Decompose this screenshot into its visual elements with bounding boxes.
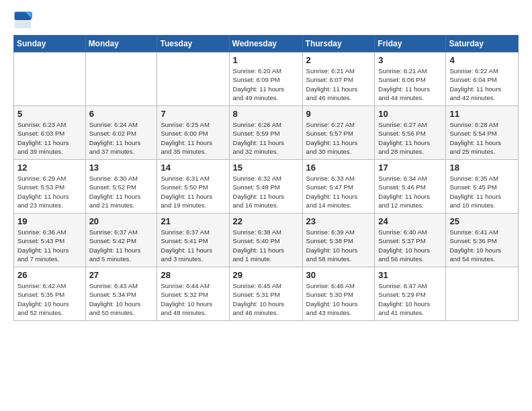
day-number: 26 [17,270,82,280]
day-number: 22 [233,216,299,226]
day-number: 15 [233,163,299,173]
day-number: 11 [449,109,515,119]
day-number: 6 [89,109,154,119]
day-cell: 21Sunrise: 6:37 AM Sunset: 5:41 PM Dayli… [157,214,229,267]
week-row-3: 12Sunrise: 6:29 AM Sunset: 5:53 PM Dayli… [14,160,519,214]
day-cell: 11Sunrise: 6:28 AM Sunset: 5:54 PM Dayli… [446,106,519,160]
day-cell: 31Sunrise: 6:47 AM Sunset: 5:29 PM Dayli… [375,267,446,321]
day-number: 31 [378,270,442,280]
day-info: Sunrise: 6:44 AM Sunset: 5:32 PM Dayligh… [161,281,225,317]
day-cell: 20Sunrise: 6:37 AM Sunset: 5:42 PM Dayli… [85,214,157,267]
day-info: Sunrise: 6:28 AM Sunset: 5:54 PM Dayligh… [449,120,515,156]
day-cell: 4Sunrise: 6:22 AM Sunset: 6:04 PM Daylig… [446,52,519,106]
day-info: Sunrise: 6:45 AM Sunset: 5:31 PM Dayligh… [233,281,299,317]
day-number: 21 [161,216,225,226]
week-row-4: 19Sunrise: 6:36 AM Sunset: 5:43 PM Dayli… [14,214,519,267]
header-saturday: Saturday [446,36,519,52]
day-info: Sunrise: 6:24 AM Sunset: 6:02 PM Dayligh… [89,120,154,156]
day-cell: 14Sunrise: 6:31 AM Sunset: 5:50 PM Dayli… [157,160,229,214]
day-info: Sunrise: 6:46 AM Sunset: 5:30 PM Dayligh… [306,281,371,317]
day-info: Sunrise: 6:41 AM Sunset: 5:36 PM Dayligh… [449,228,515,263]
day-number: 3 [378,55,442,65]
day-cell: 16Sunrise: 6:33 AM Sunset: 5:47 PM Dayli… [302,160,375,214]
day-cell: 19Sunrise: 6:36 AM Sunset: 5:43 PM Dayli… [14,214,86,267]
week-row-1: 1Sunrise: 6:20 AM Sunset: 6:09 PM Daylig… [14,52,519,106]
day-number: 2 [306,55,371,65]
day-info: Sunrise: 6:37 AM Sunset: 5:41 PM Dayligh… [161,228,225,263]
day-number: 19 [17,216,82,226]
day-cell: 25Sunrise: 6:41 AM Sunset: 5:36 PM Dayli… [446,214,519,267]
day-cell: 13Sunrise: 6:30 AM Sunset: 5:52 PM Dayli… [85,160,157,214]
header-wednesday: Wednesday [229,36,302,52]
day-number: 12 [17,163,82,173]
day-info: Sunrise: 6:27 AM Sunset: 5:57 PM Dayligh… [306,120,371,156]
day-info: Sunrise: 6:21 AM Sunset: 6:07 PM Dayligh… [306,66,371,102]
day-number: 29 [233,270,299,280]
day-cell: 7Sunrise: 6:25 AM Sunset: 6:00 PM Daylig… [157,106,229,160]
day-cell: 15Sunrise: 6:32 AM Sunset: 5:49 PM Dayli… [229,160,302,214]
day-number: 10 [378,109,442,119]
day-cell: 27Sunrise: 6:43 AM Sunset: 5:34 PM Dayli… [85,267,157,321]
header-sunday: Sunday [14,36,86,52]
day-info: Sunrise: 6:39 AM Sunset: 5:38 PM Dayligh… [306,228,371,263]
day-cell [446,267,519,321]
day-number: 23 [306,216,371,226]
day-cell: 10Sunrise: 6:27 AM Sunset: 5:56 PM Dayli… [375,106,446,160]
day-cell: 22Sunrise: 6:38 AM Sunset: 5:40 PM Dayli… [229,214,302,267]
week-row-5: 26Sunrise: 6:42 AM Sunset: 5:35 PM Dayli… [14,267,519,321]
day-info: Sunrise: 6:42 AM Sunset: 5:35 PM Dayligh… [17,281,82,317]
day-cell: 29Sunrise: 6:45 AM Sunset: 5:31 PM Dayli… [229,267,302,321]
day-cell: 5Sunrise: 6:23 AM Sunset: 6:03 PM Daylig… [14,106,86,160]
day-number: 20 [89,216,154,226]
day-number: 14 [161,163,225,173]
day-info: Sunrise: 6:31 AM Sunset: 5:50 PM Dayligh… [161,174,225,210]
day-cell: 23Sunrise: 6:39 AM Sunset: 5:38 PM Dayli… [302,214,375,267]
day-cell: 24Sunrise: 6:40 AM Sunset: 5:37 PM Dayli… [375,214,446,267]
day-number: 9 [306,109,371,119]
day-cell: 9Sunrise: 6:27 AM Sunset: 5:57 PM Daylig… [302,106,375,160]
header-thursday: Thursday [302,36,375,52]
day-number: 1 [233,55,299,65]
day-number: 30 [306,270,371,280]
header-tuesday: Tuesday [157,36,229,52]
day-cell: 28Sunrise: 6:44 AM Sunset: 5:32 PM Dayli… [157,267,229,321]
day-cell: 30Sunrise: 6:46 AM Sunset: 5:30 PM Dayli… [302,267,375,321]
svg-rect-1 [15,21,32,28]
day-number: 16 [306,163,371,173]
day-info: Sunrise: 6:25 AM Sunset: 6:00 PM Dayligh… [161,120,225,156]
day-info: Sunrise: 6:21 AM Sunset: 6:06 PM Dayligh… [378,66,442,102]
day-number: 25 [449,216,515,226]
day-info: Sunrise: 6:30 AM Sunset: 5:52 PM Dayligh… [89,174,154,210]
day-info: Sunrise: 6:23 AM Sunset: 6:03 PM Dayligh… [17,120,82,156]
day-cell [14,52,86,106]
day-cell [157,52,229,106]
header-friday: Friday [375,36,446,52]
day-cell: 6Sunrise: 6:24 AM Sunset: 6:02 PM Daylig… [85,106,157,160]
day-info: Sunrise: 6:27 AM Sunset: 5:56 PM Dayligh… [378,120,442,156]
day-info: Sunrise: 6:47 AM Sunset: 5:29 PM Dayligh… [378,281,442,317]
day-info: Sunrise: 6:26 AM Sunset: 5:59 PM Dayligh… [233,120,299,156]
day-info: Sunrise: 6:32 AM Sunset: 5:49 PM Dayligh… [233,174,299,210]
logo [13,11,35,30]
day-number: 18 [449,163,515,173]
week-row-2: 5Sunrise: 6:23 AM Sunset: 6:03 PM Daylig… [14,106,519,160]
day-number: 17 [378,163,442,173]
day-number: 27 [89,270,154,280]
day-cell: 3Sunrise: 6:21 AM Sunset: 6:06 PM Daylig… [375,52,446,106]
day-number: 8 [233,109,299,119]
day-cell: 26Sunrise: 6:42 AM Sunset: 5:35 PM Dayli… [14,267,86,321]
day-number: 13 [89,163,154,173]
day-cell: 17Sunrise: 6:34 AM Sunset: 5:46 PM Dayli… [375,160,446,214]
days-header-row: SundayMondayTuesdayWednesdayThursdayFrid… [14,36,519,52]
day-info: Sunrise: 6:20 AM Sunset: 6:09 PM Dayligh… [233,66,299,102]
day-cell [85,52,157,106]
calendar: SundayMondayTuesdayWednesdayThursdayFrid… [13,35,519,321]
day-info: Sunrise: 6:35 AM Sunset: 5:45 PM Dayligh… [449,174,515,210]
day-number: 4 [449,55,515,65]
day-cell: 18Sunrise: 6:35 AM Sunset: 5:45 PM Dayli… [446,160,519,214]
day-info: Sunrise: 6:43 AM Sunset: 5:34 PM Dayligh… [89,281,154,317]
day-number: 24 [378,216,442,226]
header-monday: Monday [85,36,157,52]
day-info: Sunrise: 6:38 AM Sunset: 5:40 PM Dayligh… [233,228,299,263]
day-cell: 12Sunrise: 6:29 AM Sunset: 5:53 PM Dayli… [14,160,86,214]
